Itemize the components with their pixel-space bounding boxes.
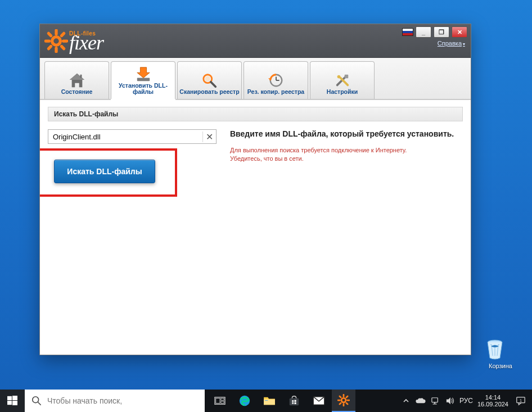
svg-rect-38	[265, 400, 268, 401]
svg-line-51	[340, 396, 341, 397]
instructions-title: Введите имя DLL-файла, который требуется…	[230, 129, 463, 138]
recycle-bin[interactable]: Корзина	[483, 337, 519, 369]
tab-label: Установить DLL-файлы	[112, 83, 174, 96]
app-body: Искать DLL-файлы ✕ Искать DLL-файлы Введ…	[40, 99, 471, 355]
svg-rect-57	[433, 404, 437, 404]
brand-sub: DLL-files	[69, 31, 103, 36]
home-icon	[69, 72, 85, 89]
svg-point-30	[33, 397, 39, 403]
svg-line-5	[48, 33, 51, 35]
tab-bar: Состояние Установить DLL-файлы	[40, 58, 471, 99]
content-row: ✕ Искать DLL-файлы Введите имя DLL-файла…	[48, 129, 463, 197]
store-icon	[288, 395, 300, 407]
window-controls: _ ❐ ✕	[402, 26, 467, 38]
clear-icon[interactable]: ✕	[202, 132, 216, 142]
task-view-icon	[214, 396, 226, 405]
instructions-line: Убедитесь, что вы в сети.	[230, 155, 463, 163]
flag-icon[interactable]	[402, 28, 413, 36]
start-button[interactable]	[0, 390, 25, 412]
task-app-store[interactable]	[282, 390, 306, 412]
maximize-button[interactable]: ❐	[434, 26, 449, 38]
task-view-button[interactable]	[208, 390, 232, 412]
instructions-column: Введите имя DLL-файла, который требуется…	[230, 129, 463, 197]
chevron-down-icon: ▾	[463, 42, 465, 47]
close-button[interactable]: ✕	[452, 26, 467, 38]
svg-rect-35	[221, 401, 224, 404]
history-icon	[268, 72, 285, 89]
svg-text:1: 1	[520, 398, 522, 403]
task-icons	[208, 390, 355, 412]
app-window: DLL-files fixer Справка▾ _ ❐ ✕	[39, 24, 471, 355]
search-button[interactable]: Искать DLL-файлы	[54, 160, 155, 183]
gear-icon	[44, 29, 68, 53]
folder-icon	[263, 396, 276, 406]
search-column: ✕ Искать DLL-файлы	[48, 129, 217, 197]
svg-line-7	[61, 33, 64, 35]
svg-marker-10	[69, 74, 84, 80]
svg-rect-56	[434, 402, 435, 404]
tab-settings[interactable]: Настройки	[310, 61, 375, 99]
svg-rect-12	[137, 78, 149, 81]
help-link[interactable]: Справка▾	[438, 40, 465, 47]
svg-point-0	[52, 37, 61, 45]
task-app-explorer[interactable]	[258, 390, 281, 412]
instructions-line: Для выполнения поиска требуется подключе…	[230, 146, 463, 155]
highlight-annotation: Искать DLL-файлы	[40, 148, 177, 197]
svg-line-54	[340, 403, 341, 404]
download-icon	[135, 66, 152, 83]
clock-date: 16.09.2024	[477, 401, 508, 408]
svg-line-53	[346, 396, 348, 397]
gear-icon	[337, 394, 350, 406]
task-app-dllfixer[interactable]	[332, 390, 355, 412]
task-app-edge[interactable]	[233, 390, 256, 412]
app-brand: DLL-files fixer	[44, 29, 103, 53]
notification-icon: 1	[516, 396, 526, 406]
svg-rect-40	[292, 400, 294, 402]
taskbar-clock[interactable]: 14:14 16.09.2024	[477, 394, 508, 408]
clock-time: 14:14	[477, 394, 508, 401]
mail-icon	[313, 396, 325, 405]
svg-point-24	[337, 75, 340, 79]
svg-rect-42	[292, 402, 294, 404]
svg-line-16	[210, 82, 215, 87]
onedrive-icon[interactable]	[416, 396, 426, 406]
svg-line-31	[38, 402, 41, 405]
search-box: ✕	[48, 129, 217, 144]
search-input[interactable]	[48, 130, 202, 143]
tools-icon	[334, 72, 351, 89]
svg-rect-37	[264, 399, 275, 405]
recycle-bin-icon	[483, 337, 519, 361]
tab-backup-registry[interactable]: Рез. копир. реестра	[244, 61, 308, 99]
svg-rect-28	[7, 401, 12, 405]
volume-icon[interactable]	[445, 396, 455, 406]
task-app-mail[interactable]	[307, 390, 331, 412]
svg-rect-11	[80, 75, 82, 78]
taskbar-search[interactable]: Чтобы начать поиск,	[25, 390, 205, 412]
minimize-button[interactable]: _	[416, 26, 431, 38]
network-icon[interactable]	[430, 396, 440, 406]
tab-label: Рез. копир. реестра	[247, 89, 304, 96]
svg-line-52	[346, 403, 348, 404]
action-center-button[interactable]: 1	[513, 390, 529, 412]
svg-rect-39	[290, 398, 299, 405]
svg-marker-18	[268, 79, 272, 81]
svg-rect-33	[216, 398, 220, 403]
tab-status[interactable]: Состояние	[44, 61, 109, 99]
tab-install-dll[interactable]: Установить DLL-файлы	[111, 61, 175, 99]
windows-icon	[7, 396, 17, 406]
recycle-bin-label: Корзина	[483, 363, 519, 369]
brand-name: fixer	[69, 35, 103, 51]
tray-overflow-button[interactable]	[401, 396, 411, 406]
magnifier-icon	[201, 72, 218, 89]
svg-point-46	[341, 398, 346, 402]
language-indicator[interactable]: РУС	[459, 397, 473, 405]
help-label: Справка	[438, 40, 462, 47]
svg-point-15	[205, 76, 210, 82]
svg-rect-27	[12, 396, 17, 400]
instructions-warning: Для выполнения поиска требуется подключе…	[230, 146, 463, 163]
svg-line-8	[48, 46, 51, 48]
svg-rect-26	[7, 396, 12, 400]
tab-scan-registry[interactable]: Сканировать реестр	[177, 61, 242, 99]
svg-rect-41	[294, 400, 296, 402]
tab-label: Состояние	[61, 89, 93, 96]
